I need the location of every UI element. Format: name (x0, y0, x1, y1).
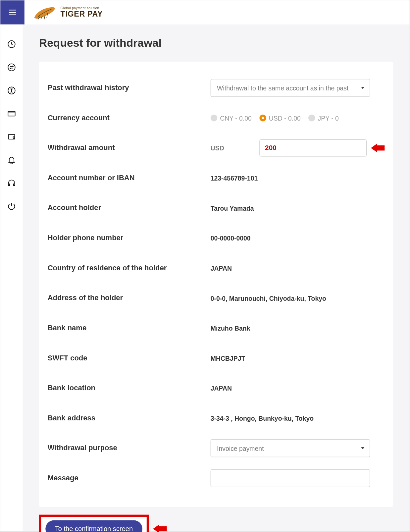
main-content: Request for withdrawal Past withdrawal h… (23, 25, 410, 531)
phone-value: 00-0000-0000 (211, 235, 385, 242)
history-select-value: Withdrawal to the same account as in the… (217, 84, 348, 91)
svg-rect-3 (8, 111, 15, 116)
nav-bell-icon[interactable] (6, 155, 17, 165)
bank-name-label: Bank name (48, 324, 211, 332)
bank-location-value: JAPAN (211, 385, 385, 392)
bank-address-value: 3-34-3 , Hongo, Bunkyo-ku, Tokyo (211, 414, 385, 422)
purpose-select[interactable]: Invoice payment (211, 439, 370, 457)
currency-radio-jpy[interactable]: JPY - 0 (308, 114, 339, 122)
bank-name-value: Mizuho Bank (211, 324, 385, 332)
address-value: 0-0-0, Marunouchi, Chiyoda-ku, Tokyo (211, 294, 385, 302)
swift-label: SWFT code (48, 354, 211, 362)
svg-point-1 (8, 64, 15, 71)
account-number-label: Account number or IBAN (48, 174, 211, 182)
currency-jpy-label: JPY - 0 (318, 114, 339, 122)
nav-card-icon[interactable] (6, 109, 17, 119)
currency-radio-cny[interactable]: CNY - 0.00 (211, 114, 252, 122)
amount-input[interactable] (259, 139, 367, 157)
amount-unit: USD (211, 144, 260, 152)
brand-name: TIGER PAY (61, 10, 103, 18)
account-number-value: 123-456789-101 (211, 174, 385, 182)
nav-power-icon[interactable] (6, 201, 17, 211)
bank-location-label: Bank location (48, 384, 211, 393)
sidebar (0, 25, 23, 531)
amount-label: Withdrawal amount (48, 144, 211, 152)
radio-dot-icon (211, 115, 218, 122)
annotation-arrow-icon (371, 144, 384, 152)
address-label: Address of the holder (48, 294, 211, 302)
country-label: Country of residence of the holder (48, 264, 211, 272)
currency-cny-label: CNY - 0.00 (220, 114, 252, 122)
brand-logo: Global payment solution TIGER PAY (32, 4, 103, 21)
annotation-highlight: To the confirmation screen (39, 515, 149, 532)
nav-clock-icon[interactable] (6, 39, 17, 49)
account-holder-value: Tarou Yamada (211, 204, 385, 212)
radio-dot-icon (259, 115, 266, 122)
purpose-select-value: Invoice payment (217, 445, 264, 452)
message-input[interactable] (211, 469, 370, 487)
nav-headset-icon[interactable] (6, 178, 17, 188)
history-select[interactable]: Withdrawal to the same account as in the… (211, 79, 370, 97)
nav-transfer-icon[interactable] (6, 85, 17, 96)
account-holder-label: Account holder (48, 204, 211, 212)
chevron-down-icon (361, 87, 364, 89)
radio-dot-icon (308, 115, 315, 122)
nav-wallet-icon[interactable] (6, 132, 17, 142)
hamburger-icon (8, 8, 17, 17)
history-label: Past withdrawal history (48, 83, 211, 92)
confirm-button[interactable]: To the confirmation screen (45, 520, 142, 532)
chevron-down-icon (361, 447, 364, 449)
country-value: JAPAN (211, 264, 385, 272)
bank-address-label: Bank address (48, 414, 211, 422)
purpose-label: Withdrawal purpose (48, 444, 211, 452)
nav-exchange-icon[interactable] (6, 62, 17, 73)
phone-label: Holder phone number (48, 234, 211, 242)
withdrawal-form: Past withdrawal history Withdrawal to th… (39, 62, 393, 507)
currency-label: Currency account (48, 114, 211, 122)
menu-toggle-button[interactable] (0, 0, 25, 25)
message-label: Message (48, 474, 211, 483)
top-bar: Global payment solution TIGER PAY (0, 0, 409, 25)
annotation-arrow-icon (153, 524, 167, 532)
currency-radio-usd[interactable]: USD - 0.00 (259, 114, 301, 122)
page-title: Request for withdrawal (39, 36, 393, 50)
tiger-icon (32, 4, 58, 21)
swift-value: MHCBJPJT (211, 354, 385, 362)
currency-usd-label: USD - 0.00 (269, 114, 301, 122)
